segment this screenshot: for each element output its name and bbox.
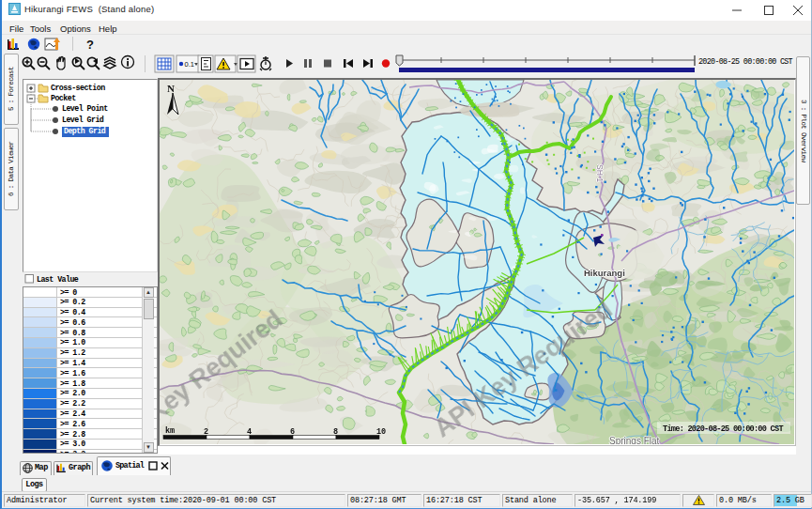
svg-text:Hikurangi: Hikurangi xyxy=(584,268,625,278)
svg-text:SH 1: SH 1 xyxy=(595,164,605,182)
svg-text:2020-08-25 00:00:00 CST: 2020-08-25 00:00:00 CST xyxy=(698,57,793,67)
svg-text:0.1: 0.1 xyxy=(185,60,194,69)
svg-text:N: N xyxy=(167,83,175,94)
svg-text:km: km xyxy=(165,426,175,436)
svg-text:Time: 2020-08-25 00:00:00 CST: Time: 2020-08-25 00:00:00 CST xyxy=(663,424,783,434)
svg-text:?: ? xyxy=(86,38,94,52)
svg-text:Springs Flat: Springs Flat xyxy=(609,436,660,444)
